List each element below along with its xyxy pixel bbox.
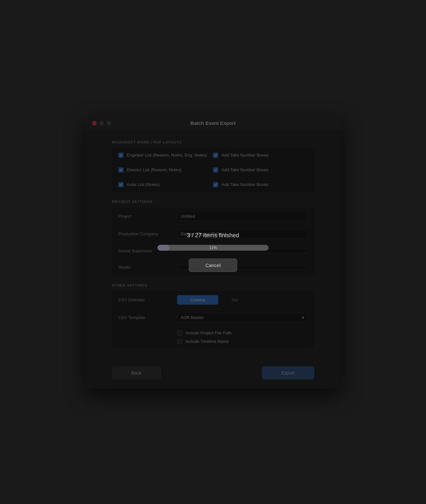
progress-bar-container: 11% [157,245,269,251]
progress-label: 3 / 27 items finished [187,232,239,239]
cancel-button[interactable]: Cancel [189,259,238,272]
main-window: Batch Event Export MICROSOFT WORD / PDF … [86,116,340,389]
progress-bar-fill [157,245,170,251]
progress-percent: 11% [209,245,217,250]
progress-overlay: 3 / 27 items finished 11% Cancel [86,116,340,389]
